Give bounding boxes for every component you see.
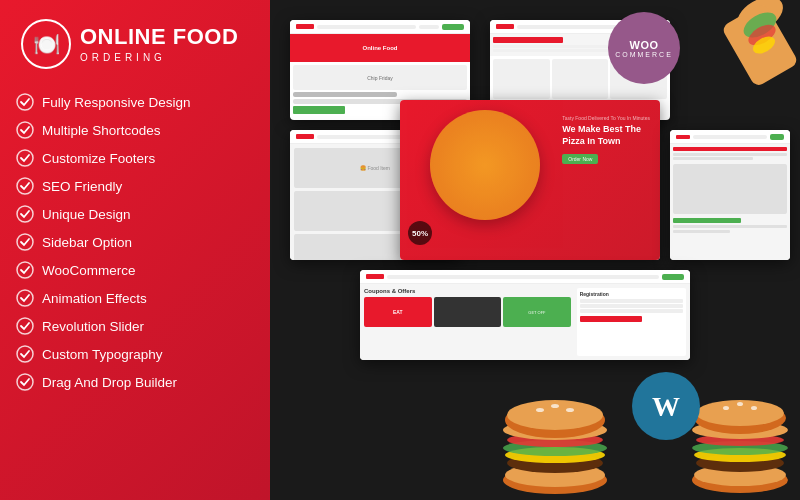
svg-point-24: [551, 404, 559, 408]
wrap-image: [700, 0, 800, 105]
check-icon: [16, 93, 34, 111]
pizza-hero-bg: 50% Tasty Food Delivered To You In Minut…: [400, 100, 660, 260]
check-icon-3: [16, 149, 34, 167]
brand-subtitle: ORDERING: [80, 52, 238, 63]
screenshot-mid-right: [670, 130, 790, 260]
svg-point-6: [17, 206, 33, 222]
screenshot-coupons: Coupons & Offers EAT GET OFF Registratio…: [360, 270, 690, 360]
check-icon-6: [16, 233, 34, 251]
feature-woo: WooCommerce: [16, 256, 254, 284]
feature-shortcodes: Multiple Shortcodes: [16, 116, 254, 144]
svg-point-3: [17, 122, 33, 138]
svg-text:🍽️: 🍽️: [33, 31, 61, 58]
check-icon-9: [16, 317, 34, 335]
logo-text: Online Food ORDERING: [80, 25, 238, 62]
feature-typography: Custom Typography: [16, 340, 254, 368]
screenshot-pizza-hero: 50% Tasty Food Delivered To You In Minut…: [400, 100, 660, 260]
features-list: Fully Responsive Design Multiple Shortco…: [0, 80, 270, 404]
pizza-text: Tasty Food Delivered To You In Minutes W…: [562, 115, 650, 165]
check-icon-2: [16, 121, 34, 139]
left-panel: 🍽️ Online Food ORDERING Fully Responsive…: [0, 0, 270, 500]
svg-point-7: [17, 234, 33, 250]
feature-footers: Customize Footers: [16, 144, 254, 172]
check-icon-11: [16, 373, 34, 391]
feature-sidebar: Sidebar Option: [16, 228, 254, 256]
svg-point-10: [17, 318, 33, 334]
wordpress-badge: W: [632, 372, 700, 440]
discount-badge: 50%: [408, 221, 432, 245]
woocommerce-badge: WOO COMMERCE: [608, 12, 680, 84]
svg-point-36: [737, 402, 743, 406]
svg-point-37: [751, 406, 757, 410]
svg-point-9: [17, 290, 33, 306]
svg-point-4: [17, 150, 33, 166]
svg-point-11: [17, 346, 33, 362]
feature-seo: SEO Friendly: [16, 172, 254, 200]
woo-label: WOO: [630, 39, 659, 51]
burger-image-left: [490, 380, 620, 500]
check-icon-7: [16, 261, 34, 279]
svg-point-35: [723, 406, 729, 410]
logo-area: 🍽️ Online Food ORDERING: [0, 0, 270, 80]
svg-point-8: [17, 262, 33, 278]
check-icon-5: [16, 205, 34, 223]
logo-icon: 🍽️: [20, 18, 72, 70]
feature-slider: Revolution Slider: [16, 312, 254, 340]
svg-point-25: [566, 408, 574, 412]
svg-point-2: [17, 94, 33, 110]
check-icon-10: [16, 345, 34, 363]
svg-point-12: [17, 374, 33, 390]
svg-text:W: W: [652, 391, 680, 422]
woo-commerce-label: COMMERCE: [615, 51, 673, 58]
feature-animation: Animation Effects: [16, 284, 254, 312]
check-icon-4: [16, 177, 34, 195]
feature-drag-drop: Drag And Drop Builder: [16, 368, 254, 396]
feature-responsive: Fully Responsive Design: [16, 88, 254, 116]
feature-unique-design: Unique Design: [16, 200, 254, 228]
pizza-order-btn[interactable]: Order Now: [562, 154, 598, 164]
svg-point-23: [536, 408, 544, 412]
right-area: WOO COMMERCE Online Food Chip Friday: [270, 0, 800, 500]
check-icon-8: [16, 289, 34, 307]
svg-point-5: [17, 178, 33, 194]
brand-title: Online Food: [80, 25, 238, 49]
